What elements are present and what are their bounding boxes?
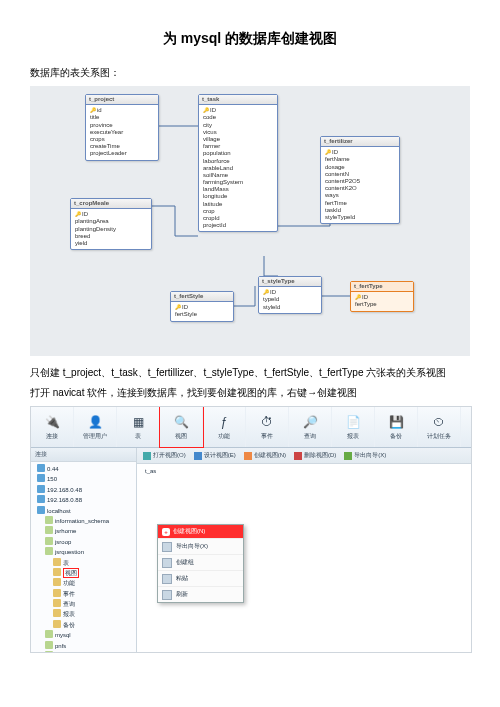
intro-text-1: 数据库的表关系图：	[30, 66, 470, 80]
tree-icon	[53, 620, 61, 628]
column-name: id	[90, 107, 154, 114]
column-name: population	[203, 150, 273, 157]
toolbar-button-3[interactable]: 🔍视图	[160, 407, 203, 447]
toolbar-button-2[interactable]: ▦表	[117, 407, 160, 447]
tree-label: 192.168.0.88	[47, 496, 82, 504]
tree-icon	[45, 537, 53, 545]
table-t-styletype[interactable]: t_styleType IDtypeIdstyleId	[258, 276, 322, 314]
column-name: vicus	[203, 129, 273, 136]
toolbar-button-6[interactable]: 🔎查询	[289, 407, 332, 447]
toolbar-button-4[interactable]: ƒ功能	[203, 407, 246, 447]
tree-label: 事件	[63, 590, 75, 598]
column-name: soilName	[203, 172, 273, 179]
column-name: breed	[75, 233, 147, 240]
list-item[interactable]: t_as	[137, 464, 471, 478]
tree-node[interactable]: jsroop	[37, 537, 134, 547]
column-name: fertTime	[325, 200, 395, 207]
context-menu-item[interactable]: 创建组	[158, 554, 243, 570]
context-menu[interactable]: + 创建视图(N) 导出向导(X) 创建组 粘贴 刷新	[157, 524, 244, 603]
tree-icon	[45, 547, 53, 555]
tree-node[interactable]: pnfs	[37, 641, 134, 651]
context-menu-item[interactable]: 导出向导(X)	[158, 538, 243, 554]
toolbar-label: 报表	[347, 432, 359, 441]
toolbar-button-8[interactable]: 💾备份	[375, 407, 418, 447]
table-t-project[interactable]: t_project idtitleprovinceexecuteYearcrop…	[85, 94, 159, 161]
tree-node[interactable]: 表	[37, 558, 134, 568]
column-name: styleId	[263, 304, 317, 311]
tree-icon	[37, 495, 45, 503]
column-name: title	[90, 114, 154, 121]
column-name: crops	[90, 136, 154, 143]
tree-node[interactable]: localhost	[37, 506, 134, 516]
column-name: laborforce	[203, 158, 273, 165]
column-name: ID	[325, 149, 395, 156]
tree-node[interactable]: 备份	[37, 620, 134, 630]
table-t-ferttype[interactable]: t_fertType IDfertType	[350, 281, 414, 312]
toolbar-button-0[interactable]: 🔌连接	[31, 407, 74, 447]
delete-view-button[interactable]: 删除视图(D)	[294, 451, 336, 460]
table-t-fertilizer[interactable]: t_fertilizer IDfertNamedosagecontentNcon…	[320, 136, 400, 224]
tree-node[interactable]: 功能	[37, 578, 134, 588]
toolbar-label: 连接	[46, 432, 58, 441]
toolbar-icon: 👤	[86, 413, 104, 431]
table-t-fertstyle[interactable]: t_fertStyle IDfertStyle	[170, 291, 234, 322]
column-name: province	[90, 122, 154, 129]
export-wizard-button[interactable]: 导出向导(X)	[344, 451, 386, 460]
tree-node[interactable]: pointmeeting	[37, 651, 134, 653]
open-view-button[interactable]: 打开视图(O)	[143, 451, 186, 460]
tree-node[interactable]: 报表	[37, 609, 134, 619]
context-menu-item[interactable]: 粘贴	[158, 570, 243, 586]
tree-icon	[53, 568, 61, 576]
tree-icon	[45, 651, 53, 653]
context-menu-item[interactable]: 刷新	[158, 586, 243, 602]
column-name: plantingDensity	[75, 226, 147, 233]
tree-node[interactable]: 查询	[37, 599, 134, 609]
tree-node[interactable]: 事件	[37, 589, 134, 599]
table-t-task[interactable]: t_task IDcodecityvicusvillagefarmerpopul…	[198, 94, 278, 232]
toolbar-icon: ƒ	[215, 413, 233, 431]
connection-tree[interactable]: 0.44150192.168.0.48192.168.0.88localhost…	[31, 462, 136, 653]
column-name: arableLand	[203, 165, 273, 172]
table-header: t_project	[86, 95, 158, 105]
design-view-button[interactable]: 设计视图(E)	[194, 451, 236, 460]
tree-label: jsroop	[55, 538, 71, 546]
tree-node[interactable]: 192.168.0.48	[37, 485, 134, 495]
tree-icon	[53, 578, 61, 586]
column-name: cropId	[203, 215, 273, 222]
toolbar-icon: ▦	[129, 413, 147, 431]
page-title: 为 mysql 的数据库创建视图	[30, 30, 470, 48]
tree-node[interactable]: jsrhome	[37, 526, 134, 536]
tree-label: 查询	[63, 600, 75, 608]
toolbar-button-9[interactable]: ⏲计划任务	[418, 407, 461, 447]
context-menu-create-view[interactable]: + 创建视图(N)	[158, 525, 243, 538]
tree-label: localhost	[47, 507, 71, 515]
toolbar-label: 表	[135, 432, 141, 441]
er-diagram: t_project idtitleprovinceexecuteYearcrop…	[30, 86, 470, 356]
create-view-button[interactable]: 创建视图(N)	[244, 451, 286, 460]
tree-node[interactable]: information_schema	[37, 516, 134, 526]
toolbar-button-5[interactable]: ⏱事件	[246, 407, 289, 447]
tree-icon	[37, 485, 45, 493]
column-name: crop	[203, 208, 273, 215]
column-name: typeId	[263, 296, 317, 303]
column-name: latitude	[203, 201, 273, 208]
tree-node[interactable]: 0.44	[37, 464, 134, 474]
tree-icon	[45, 516, 53, 524]
toolbar-icon: 📄	[344, 413, 362, 431]
tree-icon	[37, 506, 45, 514]
tree-icon	[37, 474, 45, 482]
toolbar-label: 备份	[390, 432, 402, 441]
tree-node[interactable]: mysql	[37, 630, 134, 640]
tree-node[interactable]: 150	[37, 474, 134, 484]
column-name: ID	[203, 107, 273, 114]
toolbar-button-1[interactable]: 👤管理用户	[74, 407, 117, 447]
tree-node[interactable]: 视图	[37, 568, 134, 578]
toolbar-button-7[interactable]: 📄报表	[332, 407, 375, 447]
table-t-cropmeale[interactable]: t_cropMeale IDplantingAreaplantingDensit…	[70, 198, 152, 250]
view-action-bar: 打开视图(O) 设计视图(E) 创建视图(N) 删除视图(D) 导出向导(X)	[137, 448, 471, 464]
column-name: contentP2O5	[325, 178, 395, 185]
intro-text-2: 只创建 t_project、t_task、t_fertillizer、t_sty…	[30, 366, 470, 380]
tree-node[interactable]: jsrquestion	[37, 547, 134, 557]
tree-node[interactable]: 192.168.0.88	[37, 495, 134, 505]
table-header: t_cropMeale	[71, 199, 151, 209]
